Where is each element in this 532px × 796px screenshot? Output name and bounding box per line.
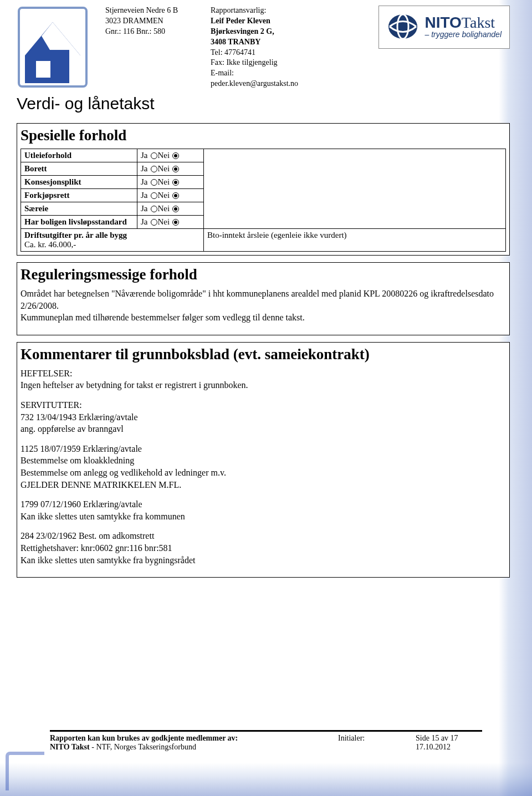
brand-tagline: – tryggere bolighandel [424,30,502,38]
report-responsible: Rapportansvarlig: Leif Peder Kleven Bjør… [211,6,338,91]
regulering-text: Området har betegnelsen "Nåværende bolig… [21,288,506,324]
bto-cell: Bto-inntekt årsleie (egenleie ikke vurde… [204,229,506,252]
radio-unchecked-icon [151,152,157,159]
ja-label: Ja [141,164,148,173]
drift-value: Ca. kr. 46.000,- [24,240,200,249]
row-label: Konsesjonsplikt [21,176,137,189]
section-title: Reguleringsmessige forhold [21,266,506,283]
row-value: JaNei [137,149,204,162]
footer-date: 17.10.2012 [416,743,482,752]
footer-brand: NITO Takst [50,743,90,751]
spesielle-table: Utleieforhold JaNei Borett JaNei Konsesj… [21,149,506,252]
brand-name-2: Takst [462,14,495,31]
row-value: JaNei [137,176,204,189]
brand-box: NITOTakst – tryggere bolighandel [378,6,510,49]
section-kommentarer: Kommentarer til grunnboksblad (evt. same… [17,342,510,578]
ja-label: Ja [141,151,148,160]
address-line: 3023 DRAMMEN [105,16,200,27]
responsible-email-label: E-mail: [211,68,338,79]
radio-checked-icon [172,152,179,159]
footer-initials: Initialer: [338,734,416,752]
responsible-label: Rapportansvarlig: [211,6,338,16]
kommentar-paragraph: 1125 18/07/1959 Erklæring/avtale Bestemm… [21,443,506,491]
empty-cell [204,149,506,229]
kommentar-paragraph: 1799 07/12/1960 Erklæring/avtale Kan ikk… [21,498,506,522]
section-title: Kommentarer til grunnboksblad (evt. same… [21,346,506,363]
nei-label: Nei [158,217,170,226]
row-label: Har boligen livsløpsstandard [21,216,137,229]
nito-globe-icon [387,11,419,43]
kommentar-paragraph: SERVITUTTER: 732 13/04/1943 Erklæring/av… [21,399,506,435]
section-spesielle-forhold: Spesielle forhold Utleieforhold JaNei Bo… [17,123,510,256]
property-address: Stjerneveien Nedre 6 B 3023 DRAMMEN Gnr.… [105,6,200,91]
house-logo-icon [17,6,89,89]
nei-label: Nei [158,191,170,200]
row-label: Særeie [21,202,137,216]
section-regulering: Reguleringsmessige forhold Området har b… [17,262,510,335]
radio-checked-icon [172,192,179,199]
footer-line2: NITO Takst - NTF, Norges Takseringsforbu… [50,743,338,752]
radio-checked-icon [172,219,179,226]
row-label: Borett [21,162,137,176]
address-line: Stjerneveien Nedre 6 B [105,6,200,16]
ja-label: Ja [141,177,148,186]
responsible-name: Leif Peder Kleven [211,16,338,27]
responsible-addr: Bjørkesvingen 2 G, [211,27,338,37]
radio-unchecked-icon [151,179,157,186]
row-value: JaNei [137,162,204,176]
row-label: Forkjøpsrett [21,189,137,202]
radio-checked-icon [172,179,179,186]
nei-label: Nei [158,151,170,160]
row-label: Utleieforhold [21,149,137,162]
ja-label: Ja [141,204,148,213]
section-title: Spesielle forhold [21,127,506,144]
nei-label: Nei [158,204,170,213]
footer-line1: Rapporten kan kun brukes av godkjente me… [50,734,338,743]
responsible-tel: Tel: 47764741 [211,48,338,58]
table-row: Utleieforhold JaNei [21,149,506,162]
radio-unchecked-icon [151,219,157,226]
row-value: JaNei [137,216,204,229]
radio-checked-icon [172,166,179,172]
drift-label: Driftsutgifter pr. år alle bygg [24,231,200,240]
brand-name-1: NITO [424,14,461,31]
footer-org: - NTF, Norges Takseringsforbund [90,743,196,751]
responsible-fax: Fax: Ikke tilgjengelig [211,58,338,68]
radio-unchecked-icon [151,206,157,212]
drift-cell: Driftsutgifter pr. år alle bygg Ca. kr. … [21,229,204,252]
radio-unchecked-icon [151,192,157,199]
svg-point-4 [388,14,417,39]
nei-label: Nei [158,164,170,173]
svg-rect-3 [36,61,50,78]
ja-label: Ja [141,217,148,226]
ja-label: Ja [141,191,148,200]
table-row: Driftsutgifter pr. år alle bygg Ca. kr. … [21,229,506,252]
radio-unchecked-icon [151,166,157,172]
responsible-addr: 3408 TRANBY [211,37,338,48]
document-header: Stjerneveien Nedre 6 B 3023 DRAMMEN Gnr.… [17,6,510,91]
page-footer: Rapporten kan kun brukes av godkjente me… [50,730,482,752]
footer-page: Side 15 av 17 [416,734,482,743]
nei-label: Nei [158,177,170,186]
kommentar-paragraph: HEFTELSER: Ingen heftelser av betydning … [21,368,506,391]
document-title: Verdi- og lånetakst [17,94,510,113]
responsible-email: peder.kleven@argustakst.no [211,79,338,89]
kommentar-paragraph: 284 23/02/1962 Best. om adkomstrett Rett… [21,530,506,566]
address-line: Gnr.: 116 Bnr.: 580 [105,27,200,37]
radio-checked-icon [172,206,179,212]
row-value: JaNei [137,202,204,216]
row-value: JaNei [137,189,204,202]
